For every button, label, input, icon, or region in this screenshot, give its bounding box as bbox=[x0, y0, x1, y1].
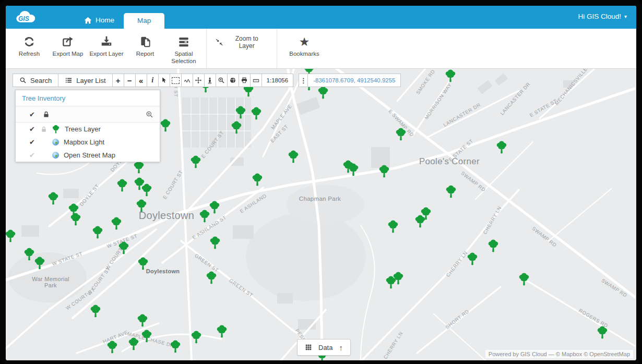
tree-marker[interactable] bbox=[136, 199, 148, 213]
export-map-button[interactable]: Export Map bbox=[49, 29, 87, 68]
spatial-selection-button[interactable]: Spatial Selection bbox=[164, 29, 203, 68]
layer-panel-toolbar: ✔ bbox=[16, 106, 160, 123]
previous-extent-button[interactable]: « bbox=[135, 74, 147, 87]
zoom-to-layer-button[interactable]: Zoom to Layer bbox=[210, 29, 274, 50]
tree-marker[interactable] bbox=[317, 86, 329, 100]
tree-marker[interactable] bbox=[111, 216, 123, 230]
user-menu[interactable]: Hi GIS Cloud! ▾ bbox=[578, 13, 627, 20]
tree-marker[interactable] bbox=[206, 271, 218, 285]
tree-marker[interactable] bbox=[414, 214, 426, 228]
tree-marker[interactable] bbox=[387, 220, 399, 234]
tree-marker[interactable] bbox=[235, 105, 247, 119]
tree-marker[interactable] bbox=[216, 324, 228, 338]
plus-icon: + bbox=[116, 76, 121, 85]
tab-home[interactable]: Home bbox=[84, 16, 124, 29]
tree-marker[interactable] bbox=[47, 191, 60, 205]
tree-marker[interactable] bbox=[106, 340, 118, 354]
search-button[interactable]: Search bbox=[13, 74, 58, 87]
tree-marker[interactable] bbox=[288, 150, 300, 164]
measure-button[interactable] bbox=[250, 74, 262, 87]
tree-marker[interactable] bbox=[385, 275, 397, 289]
tree-marker[interactable] bbox=[209, 236, 221, 250]
layer-label: Open Street Map bbox=[64, 151, 115, 159]
zoom-box-button[interactable] bbox=[216, 74, 228, 87]
tree-marker[interactable] bbox=[445, 185, 457, 199]
data-button-label: Data bbox=[318, 344, 332, 351]
tree-marker[interactable] bbox=[92, 225, 104, 239]
layer-list-button[interactable]: Layer List bbox=[58, 74, 112, 87]
pan-button[interactable] bbox=[193, 74, 205, 87]
zoom-to-layers-icon[interactable] bbox=[146, 111, 153, 118]
tree-marker[interactable] bbox=[133, 160, 145, 174]
layer-row-trees[interactable]: ✔ Trees Layer bbox=[16, 123, 160, 136]
tab-map[interactable]: Map bbox=[124, 13, 164, 29]
layer-checkbox[interactable]: ✔ bbox=[28, 125, 36, 133]
coordinates-menu-button[interactable]: ⋮ bbox=[299, 74, 308, 87]
print-button[interactable] bbox=[239, 74, 251, 87]
chevron-down-icon: ▾ bbox=[624, 14, 627, 19]
tree-marker[interactable] bbox=[6, 229, 17, 243]
tree-marker[interactable] bbox=[170, 339, 182, 354]
rectangle-select-button[interactable] bbox=[170, 74, 182, 87]
tree-marker[interactable] bbox=[141, 329, 153, 343]
export-layer-icon bbox=[100, 34, 113, 50]
tree-marker[interactable] bbox=[141, 183, 153, 197]
tree-marker[interactable] bbox=[90, 304, 102, 318]
check-all-icon[interactable]: ✔ bbox=[28, 111, 36, 118]
map-canvas[interactable]: SMOKE RDMORRISON WAYLANCASTER DRLANCASTE… bbox=[6, 69, 636, 360]
tree-marker[interactable] bbox=[128, 337, 140, 351]
svg-text:GIS: GIS bbox=[18, 15, 29, 22]
streetview-button[interactable] bbox=[204, 74, 216, 87]
tree-marker[interactable] bbox=[190, 155, 202, 169]
ribbon-separator bbox=[277, 29, 277, 68]
refresh-button[interactable]: Refresh bbox=[10, 29, 49, 68]
double-chevron-left-icon: « bbox=[139, 76, 143, 85]
select-pointer-button[interactable] bbox=[158, 74, 170, 87]
overview-globe-button[interactable] bbox=[227, 74, 239, 87]
tree-marker[interactable] bbox=[160, 118, 172, 132]
tree-marker[interactable] bbox=[118, 241, 130, 255]
grid-icon bbox=[305, 344, 312, 351]
tree-marker[interactable] bbox=[488, 239, 500, 253]
report-button[interactable]: Report bbox=[126, 29, 164, 68]
layer-checkbox[interactable]: ✔ bbox=[28, 138, 36, 146]
map-toolbar: Search Layer List + − « i bbox=[13, 74, 401, 87]
search-icon bbox=[19, 77, 27, 84]
layer-row-mapbox-light[interactable]: ✔ Mapbox Light bbox=[16, 136, 160, 149]
freehand-select-button[interactable] bbox=[181, 74, 193, 87]
tree-marker[interactable] bbox=[199, 209, 211, 223]
tree-marker[interactable] bbox=[348, 163, 360, 177]
lock-all-icon[interactable] bbox=[43, 111, 50, 118]
lock-icon[interactable] bbox=[41, 126, 47, 133]
bookmarks-button[interactable]: ★ Bookmarks bbox=[280, 29, 328, 68]
tree-marker[interactable] bbox=[137, 257, 149, 271]
layer-checkbox[interactable]: ✔ bbox=[28, 151, 36, 159]
zoom-to-layer-icon bbox=[215, 38, 223, 47]
tree-marker[interactable] bbox=[378, 164, 390, 178]
layer-label: Mapbox Light bbox=[64, 138, 104, 146]
refresh-icon bbox=[22, 34, 36, 50]
tree-marker[interactable] bbox=[70, 212, 82, 226]
tree-marker[interactable] bbox=[34, 256, 46, 270]
gis-cloud-logo[interactable]: GIS bbox=[13, 8, 41, 28]
basemap-globe-icon bbox=[52, 139, 59, 145]
data-grid-toggle[interactable]: Data ↑ bbox=[297, 339, 351, 356]
tree-layer-icon bbox=[52, 125, 60, 134]
tree-marker[interactable] bbox=[191, 330, 203, 344]
info-button[interactable]: i bbox=[147, 74, 159, 87]
layer-row-open-street-map[interactable]: ✔ Open Street Map bbox=[16, 149, 160, 162]
tree-marker[interactable] bbox=[496, 140, 508, 154]
tree-marker[interactable] bbox=[251, 106, 263, 120]
tree-marker[interactable] bbox=[137, 313, 149, 327]
tree-marker[interactable] bbox=[231, 120, 243, 135]
zoom-out-button[interactable]: − bbox=[124, 74, 136, 87]
tree-marker[interactable] bbox=[395, 127, 407, 141]
tree-marker[interactable] bbox=[116, 178, 128, 192]
tree-marker[interactable] bbox=[445, 69, 457, 83]
tree-marker[interactable] bbox=[518, 272, 530, 286]
tree-marker[interactable] bbox=[597, 325, 609, 339]
zoom-in-button[interactable]: + bbox=[112, 74, 124, 87]
tree-marker[interactable] bbox=[467, 252, 479, 266]
tree-marker[interactable] bbox=[252, 173, 264, 187]
export-layer-button[interactable]: Export Layer bbox=[87, 29, 126, 68]
